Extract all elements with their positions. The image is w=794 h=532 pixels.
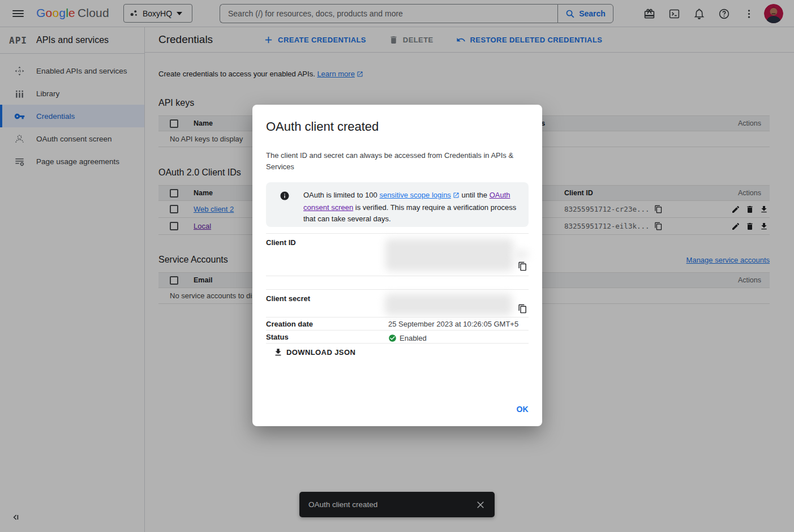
client-id-label: Client ID (266, 234, 388, 276)
google-cloud-console: GoogleCloud BoxyHQ Search (0, 0, 794, 532)
spacer-row (266, 276, 529, 289)
creation-date-row: Creation date 25 September 2023 at 10:26… (266, 317, 529, 330)
status-badge: Enabled (400, 334, 427, 342)
external-link-icon (453, 191, 460, 202)
dialog-subtitle: The client ID and secret can always be a… (266, 150, 526, 173)
check-circle-icon (388, 334, 397, 342)
client-secret-redacted-value (388, 290, 529, 317)
creation-date-value: 25 September 2023 at 10:26:05 GMT+5 (388, 318, 529, 330)
client-secret-label: Client secret (266, 290, 388, 317)
status-label: Status (266, 331, 388, 343)
sensitive-scope-logins-link[interactable]: sensitive scope logins (379, 191, 450, 199)
download-icon (273, 347, 283, 357)
client-id-redacted-value (388, 234, 529, 276)
creation-date-label: Creation date (266, 318, 388, 330)
dialog-title: OAuth client created (266, 119, 379, 134)
client-id-row: Client ID (266, 233, 529, 276)
download-json-button[interactable]: DOWNLOAD JSON (273, 347, 355, 357)
copy-icon[interactable] (518, 261, 527, 271)
info-icon (280, 191, 290, 201)
status-row: Status Enabled (266, 330, 529, 344)
ok-button[interactable]: OK (516, 405, 529, 414)
oauth-client-created-dialog: OAuth client created The client ID and s… (252, 105, 542, 426)
verification-notice: OAuth is limited to 100 sensitive scope … (266, 182, 529, 227)
client-secret-row: Client secret (266, 289, 529, 317)
copy-icon[interactable] (518, 304, 527, 314)
